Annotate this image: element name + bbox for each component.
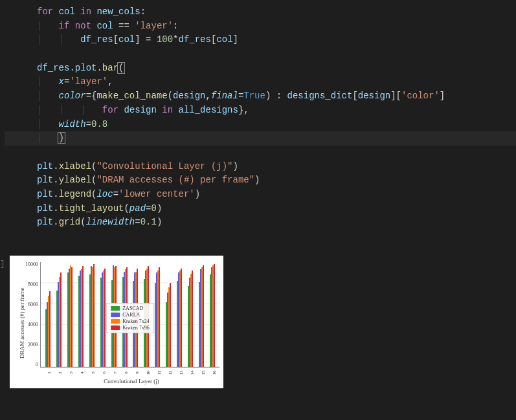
cell-output: DRAM accesses (#) per frame 10000 8000 6… <box>0 243 516 395</box>
bar <box>104 269 106 367</box>
code-line: plt.legend(loc='lower center') <box>5 188 516 202</box>
legend-entry: CARLA <box>111 312 150 318</box>
xtick: 9 <box>133 368 141 379</box>
xtick: 16 <box>210 368 218 379</box>
bar <box>82 266 84 367</box>
code-line: for col in new_cols: <box>5 5 516 19</box>
bar <box>159 267 160 367</box>
xtick: 7 <box>111 368 119 379</box>
bar <box>49 291 50 367</box>
xtick: 8 <box>122 368 130 379</box>
code-line: plt.grid(linewidth=0.1) <box>5 216 516 230</box>
bar-group <box>196 262 207 367</box>
chart-output-image[interactable]: DRAM accesses (#) per frame 10000 8000 6… <box>10 256 223 388</box>
legend-entry: Kraken 7x96 <box>111 325 150 331</box>
chart-xaxis: 12345678910111213141516 <box>25 368 219 377</box>
legend-entry: Kraken 7x24 <box>111 318 150 324</box>
bar <box>71 267 73 367</box>
bar-group <box>174 262 185 367</box>
code-line: │ if not col == 'layer': <box>5 19 516 34</box>
legend-entry: ZASCAD <box>111 305 150 311</box>
xtick: 6 <box>100 368 108 379</box>
xtick: 10 <box>144 368 152 379</box>
chart-yaxis: 10000 8000 6000 4000 2000 0 <box>25 262 40 368</box>
xtick: 2 <box>56 368 64 379</box>
xtick: 12 <box>166 368 174 379</box>
chart-legend: ZASCAD CARLA Kraken 7x24 Kraken 7x96 <box>106 303 154 333</box>
code-line <box>5 47 516 61</box>
code-line: plt.tight_layout(pad=0) <box>5 202 516 216</box>
legend-swatch <box>111 313 120 317</box>
bar <box>203 265 204 367</box>
code-line: df_res.plot.bar( <box>5 61 516 76</box>
code-line: plt.ylabel("DRAM accesses (#) per frame"… <box>5 173 516 188</box>
bar <box>214 264 215 367</box>
chart-ylabel: DRAM accesses (#) per frame <box>19 262 25 384</box>
code-line: │ x='layer', <box>5 75 516 89</box>
bar-group <box>185 262 196 367</box>
legend-swatch <box>111 306 120 311</box>
code-line: │ │ df_res[col] = 100*df_res[col] <box>5 33 516 47</box>
code-line-active: │ ) <box>5 131 516 146</box>
bar-group <box>163 262 174 367</box>
code-line: │ width=0.8 <box>5 118 516 132</box>
code-editor[interactable]: for col in new_cols: │ if not col == 'la… <box>3 0 516 243</box>
bar-group <box>65 262 76 367</box>
bar <box>192 271 193 367</box>
bar-group <box>43 262 54 367</box>
code-line <box>5 146 516 160</box>
xtick: 5 <box>89 368 97 379</box>
legend-swatch <box>111 326 120 330</box>
xtick: 11 <box>155 368 163 379</box>
legend-swatch <box>111 319 120 324</box>
cell-end-marker: ] <box>0 259 5 269</box>
xtick: 13 <box>177 368 185 379</box>
code-line: │ │ │ for design in all_designs}, <box>5 104 516 118</box>
xtick: 4 <box>78 368 86 379</box>
bar <box>60 272 62 367</box>
bar <box>170 283 171 367</box>
bar-group <box>207 262 218 367</box>
code-line: │ color={make_col_name(design,final=True… <box>5 89 516 104</box>
bar <box>93 264 95 367</box>
xtick: 3 <box>67 368 75 379</box>
chart-plot-area: ZASCAD CARLA Kraken 7x24 Kraken 7x96 <box>40 262 219 368</box>
xtick: 1 <box>45 368 53 379</box>
bar-group <box>87 262 98 367</box>
bar <box>181 269 182 367</box>
bar-group <box>54 262 65 367</box>
bar-group <box>76 262 87 367</box>
xtick: 15 <box>199 368 207 379</box>
code-line: plt.xlabel("Convolutional Layer (j)") <box>5 160 516 174</box>
xtick: 14 <box>188 368 196 379</box>
